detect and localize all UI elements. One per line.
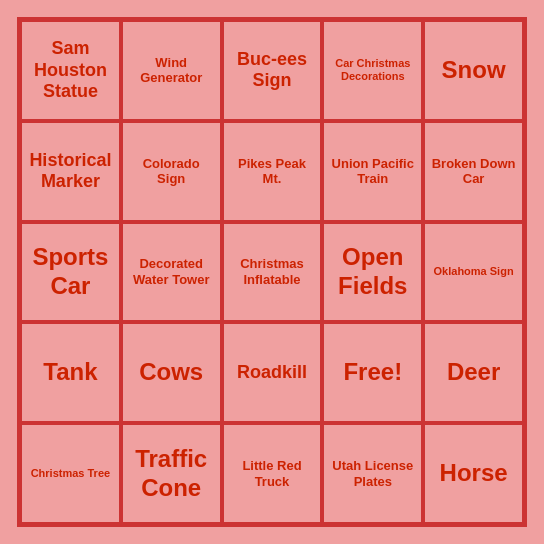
- bingo-cell-r2c2: Christmas Inflatable: [222, 222, 323, 323]
- bingo-cell-r2c0: Sports Car: [20, 222, 121, 323]
- bingo-cell-r1c2: Pikes Peak Mt.: [222, 121, 323, 222]
- bingo-cell-r0c0: Sam Houston Statue: [20, 20, 121, 121]
- bingo-cell-r1c1: Colorado Sign: [121, 121, 222, 222]
- bingo-cell-r0c1: Wind Generator: [121, 20, 222, 121]
- bingo-card: Sam Houston StatueWind GeneratorBuc-ees …: [17, 17, 527, 527]
- bingo-cell-r1c3: Union Pacific Train: [322, 121, 423, 222]
- bingo-cell-r2c1: Decorated Water Tower: [121, 222, 222, 323]
- bingo-cell-r1c0: Historical Marker: [20, 121, 121, 222]
- bingo-cell-r0c4: Snow: [423, 20, 524, 121]
- bingo-cell-r4c0: Christmas Tree: [20, 423, 121, 524]
- bingo-cell-r3c3: Free!: [322, 322, 423, 423]
- bingo-cell-r3c0: Tank: [20, 322, 121, 423]
- bingo-cell-r3c4: Deer: [423, 322, 524, 423]
- bingo-cell-r0c2: Buc-ees Sign: [222, 20, 323, 121]
- bingo-cell-r1c4: Broken Down Car: [423, 121, 524, 222]
- bingo-cell-r0c3: Car Christmas Decorations: [322, 20, 423, 121]
- bingo-cell-r3c2: Roadkill: [222, 322, 323, 423]
- bingo-cell-r4c4: Horse: [423, 423, 524, 524]
- bingo-cell-r4c2: Little Red Truck: [222, 423, 323, 524]
- bingo-cell-r3c1: Cows: [121, 322, 222, 423]
- bingo-cell-r4c1: Traffic Cone: [121, 423, 222, 524]
- bingo-cell-r2c4: Oklahoma Sign: [423, 222, 524, 323]
- bingo-cell-r4c3: Utah License Plates: [322, 423, 423, 524]
- bingo-cell-r2c3: Open Fields: [322, 222, 423, 323]
